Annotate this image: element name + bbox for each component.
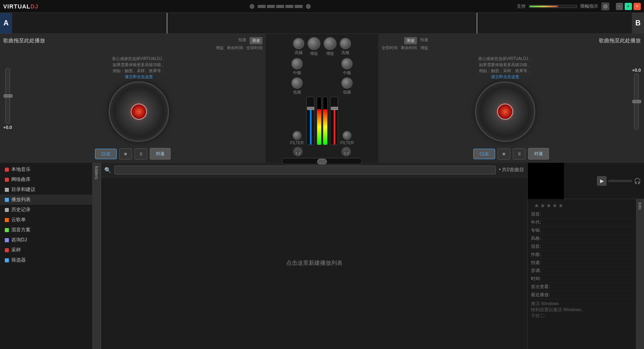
- deck-left-pitch-value: +0.0: [3, 125, 12, 130]
- filter-right-knob[interactable]: [343, 131, 351, 140]
- sidebar-item-consult[interactable]: 咨询DJ: [0, 235, 92, 245]
- right-playback-controls: ▶ 🎧: [564, 163, 644, 199]
- deck-right-cue-button[interactable]: CUE: [473, 149, 495, 159]
- limit-label: 限幅指示: [580, 3, 598, 9]
- info-row-album: 专辑:: [531, 226, 633, 235]
- bar-seg-1: [258, 5, 266, 8]
- time-field-label: 时间:: [531, 276, 555, 282]
- star-5[interactable]: ★: [558, 202, 564, 209]
- close-button[interactable]: ×: [634, 3, 641, 10]
- channel-b-fader-track[interactable]: [330, 97, 338, 145]
- filter-left-knob[interactable]: [293, 131, 301, 140]
- channel-b-fader-handle[interactable]: [331, 107, 338, 110]
- deck-left-meta: 拍速 测速 增益 剩余时间 全部时间: [216, 37, 262, 51]
- sidebar-item-local-music[interactable]: 本地音乐: [0, 164, 92, 174]
- minimize-button[interactable]: −: [616, 3, 623, 10]
- waveform-display-right[interactable]: [322, 13, 632, 33]
- star-3[interactable]: ★: [546, 202, 551, 209]
- star-4[interactable]: ★: [552, 202, 557, 209]
- mixer-gain-knob-right[interactable]: [324, 37, 336, 50]
- deck-right-play-button[interactable]: ⏸: [513, 148, 526, 160]
- play-icon-left: ⏸: [138, 151, 143, 157]
- deck-right-pitch-thumb: [632, 100, 641, 103]
- deck-left-pitch-slider[interactable]: [5, 68, 10, 124]
- mixer-right-low-label: 低频: [343, 89, 351, 95]
- star-2[interactable]: ★: [540, 202, 545, 209]
- preview-play-button[interactable]: ▶: [597, 176, 607, 186]
- deck-right-sync-button[interactable]: 对速: [528, 148, 549, 160]
- sidebar-item-playlist[interactable]: 播放列表: [0, 195, 92, 205]
- deck-left-stop-button[interactable]: ■: [119, 148, 132, 160]
- sidebar-item-network[interactable]: 网络曲库: [0, 174, 92, 185]
- deck-left-total-label: 全部时间: [246, 45, 262, 51]
- deck-right-turntable[interactable]: [475, 81, 535, 142]
- sidebar-item-mix[interactable]: 混音方案: [0, 225, 92, 235]
- deck-left-test-btn[interactable]: 测速: [250, 37, 262, 44]
- mixer-headphone-row: 🎧 🎧: [267, 147, 377, 156]
- deck-right-pitch-slider[interactable]: [634, 73, 639, 130]
- deck-left-cue-button[interactable]: CUE: [95, 149, 116, 159]
- right-panel-top: ▶ 🎧: [528, 163, 644, 199]
- preview-volume-slider[interactable]: [608, 180, 632, 182]
- mixer-left-low-knob[interactable]: [291, 77, 303, 89]
- mix-field-label: 混音:: [531, 211, 555, 217]
- channel-a-fader-track[interactable]: [306, 97, 314, 145]
- mixer-right-low-knob[interactable]: [341, 77, 353, 89]
- sidebar-item-filter[interactable]: 筛选器: [0, 255, 92, 265]
- mixer-right-mid-col: 中频: [341, 58, 353, 76]
- deck-left-desc-line1: 衷心感谢您选择VIRTUALDJ，: [112, 56, 166, 62]
- headphone-btn-right[interactable]: 🎧: [341, 147, 351, 156]
- mixer-left-mid-knob[interactable]: [291, 58, 303, 69]
- window-controls: − + ×: [616, 3, 641, 10]
- sidebar-item-cloud[interactable]: 云歌单: [0, 215, 92, 225]
- transport-dot-left[interactable]: [250, 4, 254, 9]
- sidebar-item-catalog[interactable]: 目录和建议: [0, 185, 92, 195]
- browser-content[interactable]: 点击这里新建播放列表: [101, 177, 527, 349]
- settings-button[interactable]: ⚙: [601, 2, 609, 10]
- deck-right-desc-line4[interactable]: 请立即点击这里: [478, 74, 532, 80]
- deck-left-desc-line4[interactable]: 请立即点击这里: [112, 74, 166, 80]
- first-seen-value: [557, 284, 633, 290]
- info-row-first-seen: 首次查看:: [531, 283, 633, 291]
- search-input[interactable]: [114, 166, 496, 174]
- deck-right: 测速 拍速 全部时间 剩余时间 增益 歌曲拖至此处播放 衷心感谢您选择VIRTU…: [378, 34, 644, 163]
- folders-tab[interactable]: folders: [93, 163, 101, 349]
- mixer-right-high-col: 高频: [340, 38, 351, 56]
- deck-right-stop-button[interactable]: ■: [497, 148, 510, 160]
- transport-dot-right[interactable]: [306, 4, 311, 9]
- deck-left-turntable-center: [131, 104, 147, 120]
- deck-left-play-button[interactable]: ⏸: [134, 148, 147, 160]
- filter-right-col: FILTER: [341, 131, 354, 145]
- deck-right-pitch-value: +0.0: [632, 68, 641, 73]
- deck-left-main: +0.0 衷心感谢您选择VIRTUALDJ， 如果需要体验更多高级功能， 例如：…: [3, 52, 262, 145]
- sidebar-item-sample[interactable]: 采样: [0, 245, 92, 255]
- mixer-left-high-label: 高频: [295, 50, 303, 56]
- cloud-dot: [5, 218, 9, 222]
- sidebar-item-history[interactable]: 历史记录: [0, 205, 92, 215]
- star-1[interactable]: ★: [534, 202, 539, 209]
- mixer-left-high-knob[interactable]: [293, 38, 304, 49]
- deck-right-pitch: +0.0: [632, 68, 641, 130]
- channel-a-vu-fill: [310, 107, 312, 145]
- deck-left-turntable[interactable]: [109, 81, 169, 142]
- headphone-btn-left[interactable]: 🎧: [293, 147, 303, 156]
- crossfader-handle[interactable]: [317, 159, 327, 164]
- last-play-value: [557, 292, 633, 298]
- crossfader-track[interactable]: [282, 158, 362, 164]
- waveform-display-left[interactable]: [12, 13, 322, 33]
- key-field-label: 音调:: [531, 268, 555, 274]
- bottom-panel: 本地音乐 网络曲库 目录和建议 播放列表 历史记录 云歌单 混音方案 咨询DJ: [0, 163, 644, 349]
- info-row-last-play: 最近播放:: [531, 291, 633, 299]
- mixer-right-mid-knob[interactable]: [341, 58, 353, 69]
- channel-a-fader-handle[interactable]: [307, 107, 314, 110]
- mixer-right-high-knob[interactable]: [340, 38, 351, 49]
- deck-right-desc-line3: 例如：触垫、采样、效果等，: [478, 68, 532, 74]
- mixer-gain-knob-left[interactable]: [308, 37, 320, 50]
- history-dot: [5, 208, 9, 212]
- local-music-label: 本地音乐: [11, 166, 31, 173]
- maximize-button[interactable]: +: [625, 3, 632, 10]
- info-tab[interactable]: Info: [636, 199, 644, 349]
- deck-left-sync-button[interactable]: 对速: [150, 148, 171, 160]
- deck-right-test-btn[interactable]: 测速: [404, 37, 417, 44]
- windows-activate-text[interactable]: 激活 Windows 转到设置以激活 Windows。 子径二:: [531, 299, 633, 320]
